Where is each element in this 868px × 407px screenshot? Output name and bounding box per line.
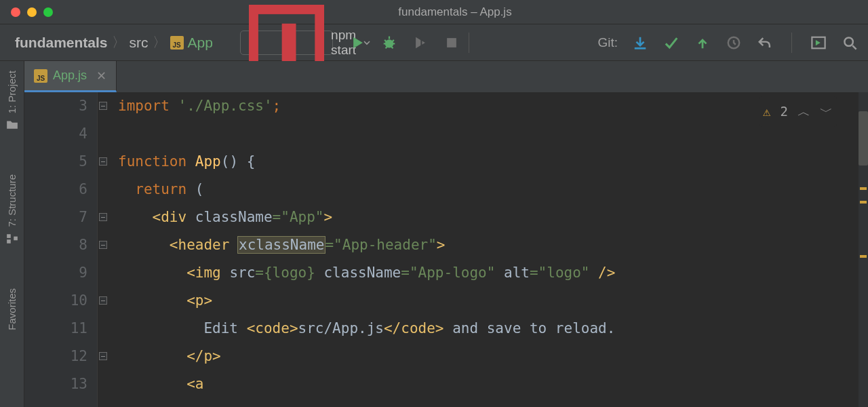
- code-token: return: [135, 181, 186, 197]
- breadcrumb: fundamentals 〉 src 〉 App: [15, 33, 213, 52]
- code-token: "App-logo": [410, 265, 495, 281]
- breadcrumb-folder[interactable]: src: [130, 35, 149, 51]
- toolbar-separator: [791, 33, 792, 53]
- next-highlight-icon[interactable]: ﹀: [820, 98, 833, 125]
- code-token: <img: [186, 265, 229, 281]
- favorites-tool-label: Favorites: [6, 288, 18, 330]
- code-token: <code>: [247, 320, 298, 336]
- code-token: (: [195, 181, 204, 197]
- code-token: className: [195, 209, 273, 225]
- inspection-widget[interactable]: ⚠ 2 ︿ ﹀: [759, 96, 837, 127]
- code-token: alt: [504, 265, 530, 281]
- line-number-gutter: 3 4 5 6 7 8 9 10 11 12 13: [24, 92, 98, 407]
- code-token: =: [530, 265, 538, 281]
- code-token: =: [401, 265, 410, 281]
- debug-button[interactable]: [380, 34, 398, 52]
- line-number: 4: [24, 120, 87, 148]
- project-tool-button[interactable]: 1: Project: [6, 71, 18, 131]
- git-push-button[interactable]: [694, 34, 711, 52]
- error-stripe[interactable]: [859, 92, 868, 407]
- line-number: 12: [24, 343, 87, 370]
- window-title: fundamentals – App.js: [53, 5, 857, 19]
- prev-highlight-icon[interactable]: ︿: [797, 98, 810, 125]
- undo-button[interactable]: [756, 34, 774, 52]
- line-number: 6: [24, 176, 87, 204]
- code-token: './App.css': [178, 98, 273, 114]
- svg-rect-1: [282, 24, 296, 66]
- code-token: className: [323, 265, 401, 281]
- git-commit-button[interactable]: [663, 34, 680, 52]
- coverage-button[interactable]: [412, 34, 429, 52]
- code-token: "App-header": [334, 237, 437, 253]
- code-token: App: [195, 153, 221, 170]
- line-number: 7: [24, 204, 87, 231]
- code-token: =: [273, 209, 281, 225]
- titlebar: fundamentals – App.js: [0, 0, 868, 24]
- run-configuration-dropdown[interactable]: npm start: [240, 31, 333, 55]
- run-button[interactable]: [349, 34, 367, 52]
- code-token: "App": [281, 209, 323, 225]
- line-number: 13: [24, 370, 87, 398]
- js-file-icon: [170, 36, 184, 50]
- editor-tabs: App.js ✕: [24, 61, 868, 92]
- minimize-window-button[interactable]: [27, 7, 37, 17]
- line-number: 5: [24, 148, 87, 176]
- editor-tab[interactable]: App.js ✕: [24, 61, 117, 92]
- js-file-icon: [34, 69, 47, 83]
- code-token: <a: [186, 376, 203, 392]
- chevron-right-icon: 〉: [151, 33, 167, 52]
- code-token: src: [229, 265, 255, 281]
- code-token: and save to reload.: [443, 320, 615, 336]
- svg-rect-8: [7, 239, 11, 244]
- structure-tool-button[interactable]: 7: Structure: [6, 174, 18, 245]
- line-number: 9: [24, 259, 87, 287]
- warning-icon: ⚠: [763, 98, 770, 125]
- code-editor[interactable]: 3 4 5 6 7 8 9 10 11 12 13 import './App.…: [24, 92, 868, 407]
- code-area[interactable]: import './App.css'; function App() { ret…: [98, 92, 868, 407]
- code-token: </p>: [186, 348, 221, 364]
- structure-tool-label: 7: Structure: [6, 174, 18, 227]
- editor-tab-label: App.js: [53, 69, 87, 83]
- toolbar: fundamentals 〉 src 〉 App npm start Git:: [0, 24, 868, 61]
- line-number: 3: [24, 92, 87, 120]
- chevron-right-icon: 〉: [111, 33, 127, 52]
- close-tab-button[interactable]: ✕: [96, 69, 106, 83]
- code-token: "logo": [538, 265, 590, 281]
- code-token: Edit: [186, 320, 247, 336]
- close-window-button[interactable]: [11, 7, 20, 17]
- zoom-window-button[interactable]: [43, 7, 53, 17]
- code-token: [495, 265, 504, 281]
- code-token: ={logo}: [255, 265, 323, 281]
- breadcrumb-file[interactable]: App: [170, 35, 213, 51]
- git-pull-button[interactable]: [631, 34, 649, 52]
- project-tool-label: 1: Project: [6, 71, 18, 113]
- code-token: >: [323, 209, 332, 225]
- folder-icon: [6, 119, 18, 131]
- search-everywhere-button[interactable]: [841, 34, 859, 52]
- code-token: ;: [273, 98, 281, 114]
- code-token-highlighted: xclassName: [238, 237, 325, 253]
- git-history-button[interactable]: [725, 34, 743, 52]
- run-anything-button[interactable]: [810, 34, 827, 52]
- line-number: 8: [24, 231, 87, 259]
- code-token: />: [589, 265, 615, 281]
- warning-count: 2: [781, 98, 788, 125]
- code-token: function: [118, 153, 186, 170]
- tool-window-strip: 1: Project 7: Structure Favorites: [0, 61, 24, 407]
- warning-marker[interactable]: [860, 255, 867, 258]
- breadcrumb-file-label: App: [188, 35, 213, 51]
- code-token: <header: [170, 237, 238, 253]
- scrollbar-thumb[interactable]: [859, 111, 868, 166]
- line-number: 11: [24, 315, 87, 343]
- breadcrumb-project[interactable]: fundamentals: [15, 35, 108, 51]
- svg-rect-7: [7, 234, 11, 238]
- code-token: <div: [153, 209, 195, 225]
- stop-button[interactable]: [443, 34, 460, 52]
- code-token: <p>: [186, 292, 212, 309]
- code-token: </code>: [384, 320, 444, 336]
- favorites-tool-button[interactable]: Favorites: [6, 288, 18, 330]
- warning-marker[interactable]: [860, 201, 867, 204]
- code-token: import: [118, 98, 170, 114]
- code-token: =: [325, 237, 334, 253]
- warning-marker[interactable]: [860, 187, 867, 190]
